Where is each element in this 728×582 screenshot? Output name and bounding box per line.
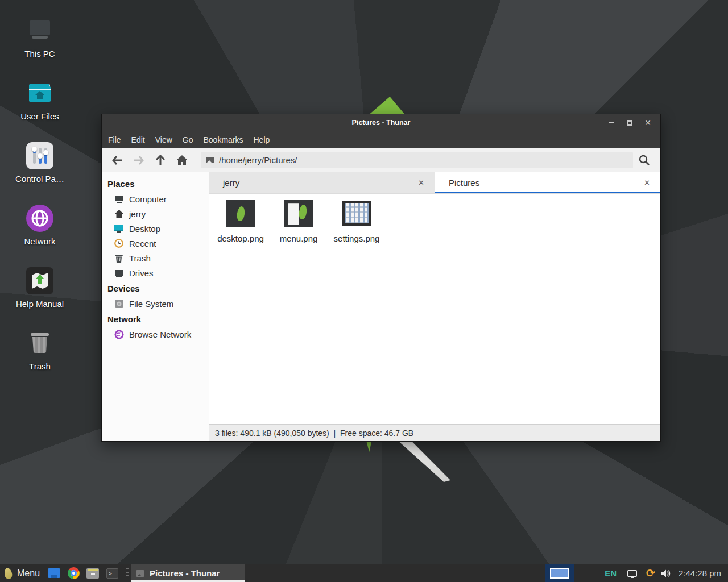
home-button[interactable] [171,151,193,169]
desktop-icon-label: Help Manual [16,299,64,309]
menu-view[interactable]: View [150,131,177,148]
volume-tray-button[interactable] [661,569,671,578]
terminal-launcher[interactable]: >_ [105,567,119,580]
file-menu-png[interactable]: menu.png [270,197,328,243]
trash-icon [26,330,53,357]
sidebar-item-label: Trash [129,253,151,263]
desktop-icon-user-files[interactable]: User Files [10,75,69,138]
file-name: menu.png [280,234,318,243]
sidebar-item-label: Browse Network [129,330,191,339]
network-globe-icon [114,329,124,339]
task-button-label: Pictures - Thunar [150,568,220,578]
tasklist-handle[interactable] [126,568,129,579]
desktop-icon-label: Network [24,236,55,246]
browser-launcher[interactable] [67,567,80,580]
desktop-icon-this-pc[interactable]: This PC [10,13,69,75]
menu-edit[interactable]: Edit [126,131,150,148]
window-content: Places Computer jerry [102,172,660,441]
file-settings-png[interactable]: settings.png [328,197,386,243]
window-titlebar[interactable]: Pictures - Thunar ✕ [102,114,660,131]
home-icon [114,209,124,219]
computer-icon [114,194,124,204]
minimize-button[interactable] [602,114,621,131]
display-settings-tray-button[interactable] [624,570,640,577]
clock-icon [114,238,124,248]
desktop-icon-network[interactable]: Network [10,200,69,263]
menu-help[interactable]: Help [249,131,275,148]
tab-pictures[interactable]: Pictures ✕ [435,172,660,193]
speaker-icon [661,569,671,578]
clock[interactable]: 2:44:28 pm [679,568,721,578]
desktop-icon-label: Control Pa… [15,174,64,184]
trash-icon [114,253,124,263]
sidebar-item-label: File System [129,299,173,309]
back-arrow-icon [111,156,123,165]
status-bar: 3 files: 490.1 kB (490,050 bytes) | Free… [209,424,660,441]
close-button[interactable]: ✕ [639,114,657,131]
image-file-icon [206,157,214,163]
sidebar-item-label: Drives [129,268,154,278]
file-view[interactable]: desktop.png menu.png settings.png [209,194,660,424]
task-button-thunar[interactable]: Pictures - Thunar [131,564,245,582]
wallpaper-white-streak [395,439,450,482]
desktop-icon-help-manual[interactable]: Help Manual [10,263,69,325]
sidebar-item-label: Desktop [129,224,160,234]
close-icon: ✕ [644,119,651,127]
sidebar-item-recent[interactable]: Recent [102,236,209,251]
desktop-icon [114,223,124,234]
menubar: File Edit View Go Bookmarks Help [102,131,660,148]
up-arrow-icon [156,155,165,166]
hard-disk-icon [114,298,124,309]
desktop-icon-trash[interactable]: Trash [10,325,69,388]
menu-bookmarks[interactable]: Bookmarks [198,131,248,148]
mint-logo-icon [4,567,13,580]
wallpaper-mint-leaf [367,97,406,116]
help-manual-icon [26,267,53,294]
file-manager-launcher[interactable] [86,567,100,580]
menu-button[interactable]: Menu [0,564,44,582]
status-text: 3 files: 490.1 kB (490,050 bytes) | Free… [215,429,413,438]
maximize-icon [627,120,632,126]
toolbar: /home/jerry/Pictures/ [102,148,660,172]
desktop-icon-label: This PC [24,49,55,59]
path-bar[interactable]: /home/jerry/Pictures/ [201,152,633,168]
sidebar-item-desktop[interactable]: Desktop [102,221,209,236]
back-button[interactable] [106,151,128,169]
notebook: jerry ✕ Pictures ✕ desktop.png [209,172,660,441]
sidebar-item-label: Recent [129,239,156,248]
tab-bar: jerry ✕ Pictures ✕ [209,172,660,194]
desktop-wallpaper: This PC User Files Control Pa… [0,0,728,582]
desktop-icon-label: User Files [20,111,59,121]
tab-close-icon[interactable]: ✕ [640,177,653,189]
sidebar-item-jerry[interactable]: jerry [102,206,209,221]
file-desktop-png[interactable]: desktop.png [212,197,270,243]
sidebar-item-trash[interactable]: Trash [102,251,209,265]
sidebar-item-drives[interactable]: Drives [102,265,209,280]
sidebar-item-label: Computer [129,194,167,204]
update-manager-tray-button[interactable]: ⟳ [646,568,655,579]
tab-jerry[interactable]: jerry ✕ [209,172,435,193]
keyboard-layout-indicator[interactable]: EN [605,568,617,578]
file-name: settings.png [334,234,380,243]
tab-close-icon[interactable]: ✕ [415,177,428,189]
sidebar-item-file-system[interactable]: File System [102,296,209,311]
sidebar-item-computer[interactable]: Computer [102,192,209,206]
control-panel-icon [26,142,53,169]
search-button[interactable] [633,151,656,169]
chrome-icon [68,567,80,579]
tab-label: Pictures [449,178,640,188]
sidebar-item-browse-network[interactable]: Browse Network [102,327,209,342]
maximize-button[interactable] [621,114,639,131]
forward-button[interactable] [128,151,150,169]
sidebar-header-devices: Devices [102,280,209,296]
show-desktop-button[interactable] [47,567,61,580]
sidebar-item-label: jerry [129,209,146,219]
menu-file[interactable]: File [103,131,126,148]
path-text: /home/jerry/Pictures/ [219,155,297,165]
menu-go[interactable]: Go [177,131,198,148]
desktop-icon-control-panel[interactable]: Control Pa… [10,138,69,200]
search-icon [639,155,650,166]
settings-png-thumbnail [342,201,371,226]
workspace-switcher[interactable] [545,564,574,582]
up-button[interactable] [150,151,171,169]
